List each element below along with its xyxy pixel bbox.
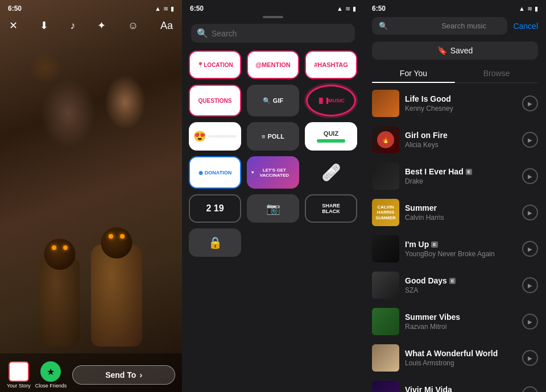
emoji-slider-sticker[interactable]: 😍 bbox=[189, 122, 241, 151]
song-info: Life Is Good Kenny Chesney bbox=[405, 94, 516, 112]
lock-sticker[interactable]: 🔒 bbox=[189, 228, 241, 257]
questions-sticker[interactable]: QUESTIONS bbox=[189, 85, 241, 116]
play-button-9[interactable]: ▶ bbox=[522, 386, 538, 392]
album-art-girl-on-fire: 🔥 bbox=[372, 126, 399, 153]
vaccinated-sticker[interactable]: ♥ LET'S GET VACCINATED bbox=[247, 156, 299, 189]
song-artist-8: Louis Armstrong bbox=[405, 359, 516, 367]
song-info-3: Best I Ever Had E Drake bbox=[405, 167, 516, 185]
song-vivir-mi-vida[interactable]: Vivir Mi Vida Marc Anthony ▶ bbox=[364, 376, 546, 392]
send-to-label: Send To bbox=[105, 370, 136, 380]
camera-sticker[interactable]: 📷 bbox=[247, 194, 299, 223]
explicit-badge-3: E bbox=[449, 278, 456, 284]
song-info-2: Girl on Fire Alicia Keys bbox=[405, 131, 516, 149]
play-button-2[interactable]: ▶ bbox=[522, 132, 538, 148]
song-artist-2: Alicia Keys bbox=[405, 141, 516, 149]
sticker-search-input[interactable] bbox=[212, 29, 349, 38]
countdown-sticker[interactable]: 2 19 bbox=[189, 194, 241, 223]
play-button-8[interactable]: ▶ bbox=[522, 350, 538, 366]
song-title-2: Girl on Fire bbox=[405, 131, 516, 140]
mention-sticker[interactable]: @MENTION bbox=[247, 51, 299, 79]
story-bottom-bar: Your Story ★ Close Friends Send To › bbox=[0, 353, 182, 392]
story-image bbox=[0, 119, 182, 347]
bottom-row: Your Story ★ Close Friends Send To › bbox=[0, 358, 182, 392]
song-artist-5: YoungBoy Never Broke Again bbox=[405, 250, 516, 258]
search-placeholder: Search music bbox=[441, 22, 500, 30]
bandaid-sticker[interactable]: 🩹 bbox=[305, 156, 357, 189]
album-art-im-up bbox=[372, 235, 399, 262]
music-search-field[interactable]: 🔍 Search music bbox=[372, 17, 507, 35]
song-good-days[interactable]: Good Days E SZA ▶ bbox=[364, 267, 546, 303]
music-bars-icon: ▐▌▐ bbox=[317, 98, 328, 103]
music-sticker[interactable]: ▐▌▐ MUSIC bbox=[306, 85, 356, 116]
song-summer[interactable]: CALVINHARRISSUMMER Summer Calvin Harris … bbox=[364, 194, 546, 231]
play-button-4[interactable]: ▶ bbox=[522, 205, 538, 220]
your-story-thumb bbox=[9, 361, 29, 382]
summer-album-text: CALVINHARRISSUMMER bbox=[375, 205, 396, 221]
album-art-summer: CALVINHARRISSUMMER bbox=[372, 199, 399, 226]
status-bar: 6:50 ▲ ≋ ▮ bbox=[0, 0, 182, 12]
music-sticker-icon[interactable]: ♪ bbox=[70, 20, 75, 32]
panel2-time: 6:50 bbox=[190, 5, 204, 12]
quiz-sticker[interactable]: QUIZ bbox=[305, 122, 357, 151]
close-icon[interactable]: ✕ bbox=[9, 19, 18, 32]
panel2-wifi: ≋ bbox=[345, 5, 350, 12]
hashtag-sticker[interactable]: #HASHTAG bbox=[305, 51, 357, 79]
cancel-button[interactable]: Cancel bbox=[513, 22, 538, 31]
song-title-3: Best I Ever Had E bbox=[405, 167, 516, 176]
play-button-3[interactable]: ▶ bbox=[522, 168, 538, 184]
fire-icon: 🔥 bbox=[382, 137, 389, 143]
panel2-status-icons: ▲ ≋ ▮ bbox=[337, 5, 356, 12]
tab-for-you[interactable]: For You bbox=[372, 64, 455, 82]
emoji-slider bbox=[208, 135, 237, 137]
time-display: 6:50 bbox=[8, 5, 22, 12]
saved-button[interactable]: 🔖 Saved bbox=[372, 41, 538, 60]
search-icon: 🔍 bbox=[197, 28, 208, 39]
song-summer-vibes[interactable]: Summer Vibes Razvan Mitroi ▶ bbox=[364, 303, 546, 340]
play-button-6[interactable]: ▶ bbox=[522, 277, 538, 293]
music-list: Life Is Good Kenny Chesney ▶ 🔥 Girl on F… bbox=[364, 83, 546, 392]
song-artist-6: SZA bbox=[405, 286, 516, 294]
donation-sticker[interactable]: ◉ DONATION bbox=[189, 156, 241, 189]
your-story-label: Your Story bbox=[7, 383, 31, 389]
close-friends-item[interactable]: ★ Close Friends bbox=[35, 361, 67, 389]
sticker-search-bar[interactable]: 🔍 bbox=[191, 24, 355, 43]
music-sticker-cell: ▐▌▐ MUSIC bbox=[305, 85, 357, 116]
play-button[interactable]: ▶ bbox=[522, 95, 538, 111]
song-title-6: Good Days E bbox=[405, 276, 516, 285]
gif-sticker[interactable]: 🔍 GIF bbox=[247, 85, 299, 116]
song-girl-on-fire[interactable]: 🔥 Girl on Fire Alicia Keys ▶ bbox=[364, 122, 546, 158]
song-artist-3: Drake bbox=[405, 177, 516, 185]
your-story-item[interactable]: Your Story bbox=[7, 361, 31, 389]
song-life-is-good[interactable]: Life Is Good Kenny Chesney ▶ bbox=[364, 85, 546, 122]
story-destinations: Your Story ★ Close Friends bbox=[7, 361, 67, 389]
song-best-i-ever-had[interactable]: Best I Ever Had E Drake ▶ bbox=[364, 158, 546, 194]
fire-album-center: 🔥 bbox=[377, 131, 394, 148]
song-title-5: I'm Up E bbox=[405, 240, 516, 249]
search-icon: 🔍 bbox=[379, 22, 438, 30]
panel2-signal: ▲ bbox=[337, 5, 343, 12]
download-icon[interactable]: ⬇ bbox=[40, 19, 48, 32]
poll-sticker[interactable]: ≡ POLL bbox=[247, 122, 299, 151]
panel1-story: 6:50 ▲ ≋ ▮ ✕ ⬇ ♪ ✦ ☺ Aa Your Story ★ Clo… bbox=[0, 0, 182, 392]
play-button-5[interactable]: ▶ bbox=[522, 241, 538, 257]
face-icon[interactable]: ☺ bbox=[128, 20, 138, 32]
heart-icon: ♥ bbox=[251, 170, 254, 175]
send-to-button[interactable]: Send To › bbox=[72, 365, 175, 385]
tab-browse[interactable]: Browse bbox=[455, 64, 538, 82]
play-button-7[interactable]: ▶ bbox=[522, 314, 538, 330]
album-art-good-days bbox=[372, 272, 399, 299]
location-sticker[interactable]: LOCATION bbox=[189, 51, 241, 79]
sparkle-icon[interactable]: ✦ bbox=[97, 19, 106, 32]
panel3-wifi: ≋ bbox=[527, 5, 532, 12]
text-icon[interactable]: Aa bbox=[160, 20, 173, 32]
album-art-best bbox=[372, 162, 399, 190]
song-im-up[interactable]: I'm Up E YoungBoy Never Broke Again ▶ bbox=[364, 231, 546, 267]
for-you-label: For You bbox=[400, 69, 427, 78]
emoji-icon: 😍 bbox=[193, 130, 206, 143]
share-black-sticker[interactable]: SHAREBLACK bbox=[305, 194, 357, 223]
song-wonderful-world[interactable]: What A Wonderful World Louis Armstrong ▶ bbox=[364, 340, 546, 376]
jawa-eyes-2 bbox=[109, 234, 125, 239]
album-art-vivir bbox=[372, 381, 399, 392]
jawa-body-2 bbox=[91, 244, 142, 347]
drag-handle bbox=[263, 16, 283, 18]
